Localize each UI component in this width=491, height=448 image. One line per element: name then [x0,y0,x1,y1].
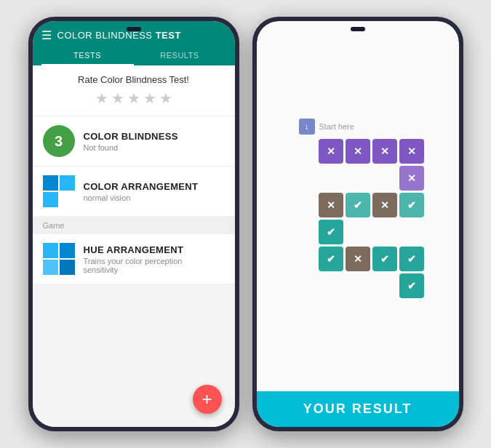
sq-2 [60,175,75,191]
color-arrangement-icon [43,175,75,207]
cell-r2-2 [346,166,370,191]
cell-r5-2: ✕ [346,247,370,271]
cell-r3-4: ✔ [399,193,424,217]
cell-r2-1 [319,166,343,191]
cell-r2-3 [372,166,397,191]
cell-r6-0 [292,273,316,298]
grid-row-3: ✕ ✔ ✕ ✔ [292,193,424,217]
cell-r1-1: ✕ [319,139,343,164]
color-blindness-icon: 3 [43,125,75,157]
test-desc-color-blindness: Not found [84,143,178,152]
cell-r2-4: ✕ [399,166,424,191]
test-name-color-blindness: COLOR BLINDNESS [84,131,178,142]
cell-r3-3: ✕ [372,193,397,217]
cell-r4-1: ✔ [319,220,343,244]
test-info-color-arrangement: COLOR ARRANGEMENT normal vision [84,181,199,202]
cell-r1-2: ✕ [346,139,370,164]
tab-results[interactable]: RESULTS [134,47,226,65]
cell-r2-0 [292,166,316,191]
test-item-color-blindness[interactable]: 3 COLOR BLINDNESS Not found [33,116,235,167]
cell-r5-1: ✔ [319,247,343,271]
hq-1 [43,243,58,258]
test-name-color-arrangement: COLOR ARRANGEMENT [84,181,199,192]
star-1[interactable]: ★ [95,89,108,107]
result-footer[interactable]: YOUR RESULT [257,391,459,427]
hamburger-icon[interactable]: ☰ [41,28,52,42]
left-screen: ☰ COLOR BLINDNESS TEST TESTS RESULTS Rat… [33,21,235,427]
cell-r3-0 [292,193,316,217]
stars[interactable]: ★ ★ ★ ★ ★ [95,89,172,107]
test-item-hue-arrangement[interactable]: HUE ARRANGEMENT Trains your color percep… [33,234,235,284]
result-text: YOUR RESULT [303,401,412,416]
scene: ☰ COLOR BLINDNESS TEST TESTS RESULTS Rat… [0,0,491,448]
cell-r6-4: ✔ [399,273,424,298]
sq-1 [43,175,58,191]
cell-r5-4: ✔ [399,247,424,271]
test-list: 3 COLOR BLINDNESS Not found C [33,116,235,427]
left-phone: ☰ COLOR BLINDNESS TEST TESTS RESULTS Rat… [28,17,239,431]
cell-r3-2: ✔ [346,193,370,217]
cell-r4-2 [346,220,370,244]
cell-r6-1 [319,273,343,298]
grid-row-4: ✔ [292,220,424,244]
star-3[interactable]: ★ [127,89,140,107]
cell-r4-4 [399,220,424,244]
rating-card: Rate Color Blindness Test! ★ ★ ★ ★ ★ [33,65,235,116]
cell-r1-3: ✕ [372,139,397,164]
grid-row-5: ✔ ✕ ✔ ✔ [292,247,424,271]
test-info-color-blindness: COLOR BLINDNESS Not found [84,131,178,152]
star-4[interactable]: ★ [143,89,156,107]
grid-area: ↓ Start here ✕ ✕ ✕ ✕ [257,21,459,391]
cell-r1-0 [292,139,316,164]
test-info-hue: HUE ARRANGEMENT Trains your color percep… [84,244,184,274]
right-notch [351,27,365,31]
hq-3 [43,260,58,275]
cell-r4-3 [372,220,397,244]
hq-2 [60,243,75,258]
sq-3 [43,192,58,207]
test-desc-color-arrangement: normal vision [84,193,199,202]
tab-tests[interactable]: TESTS [41,47,134,65]
app-title: COLOR BLINDNESS TEST [57,30,181,41]
down-arrow-icon: ↓ [299,119,315,135]
cell-r5-3: ✔ [372,247,397,271]
star-5[interactable]: ★ [159,89,172,107]
cell-r6-2 [346,273,370,298]
left-notch [127,27,141,31]
rating-label: Rate Color Blindness Test! [78,74,189,85]
test-name-hue: HUE ARRANGEMENT [84,244,184,255]
grid-row-1: ✕ ✕ ✕ ✕ [292,139,424,164]
test-desc-hue: Trains your color perception sensitivity [84,257,184,274]
hq-4 [60,260,75,275]
star-2[interactable]: ★ [111,89,124,107]
cell-r6-3 [372,273,397,298]
cell-r1-4: ✕ [399,139,424,164]
cell-r5-0 [292,247,316,271]
hue-arrangement-icon [43,243,75,275]
grid-row-2: ✕ [292,166,424,191]
fab-button[interactable]: + [193,385,222,414]
tab-row: TESTS RESULTS [41,47,226,65]
right-phone: ↓ Start here ✕ ✕ ✕ ✕ [252,17,463,431]
cell-r3-1: ✕ [319,193,343,217]
start-label: Start here [319,122,354,131]
section-game-label: Game [33,217,235,234]
right-screen: ↓ Start here ✕ ✕ ✕ ✕ [257,21,459,427]
cell-r4-0 [292,220,316,244]
result-grid: ✕ ✕ ✕ ✕ ✕ [292,139,424,298]
grid-row-6: ✔ [292,273,424,298]
start-here-row: ↓ Start here [299,119,354,135]
sq-4 [60,192,75,207]
test-item-color-arrangement[interactable]: COLOR ARRANGEMENT normal vision [33,167,235,217]
